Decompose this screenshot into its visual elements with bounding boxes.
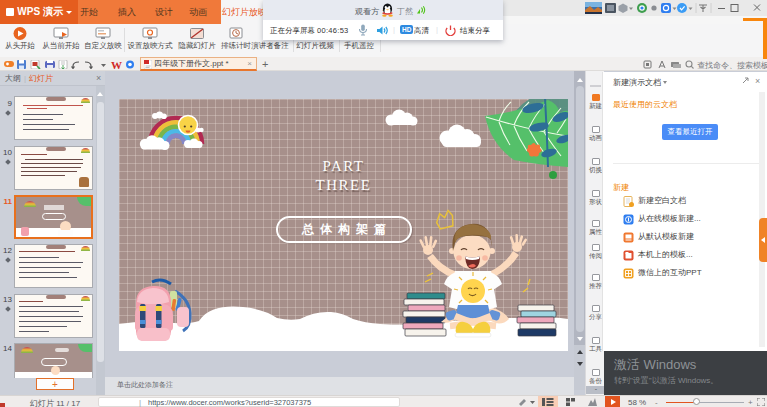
svg-text:W: W [111,60,122,69]
